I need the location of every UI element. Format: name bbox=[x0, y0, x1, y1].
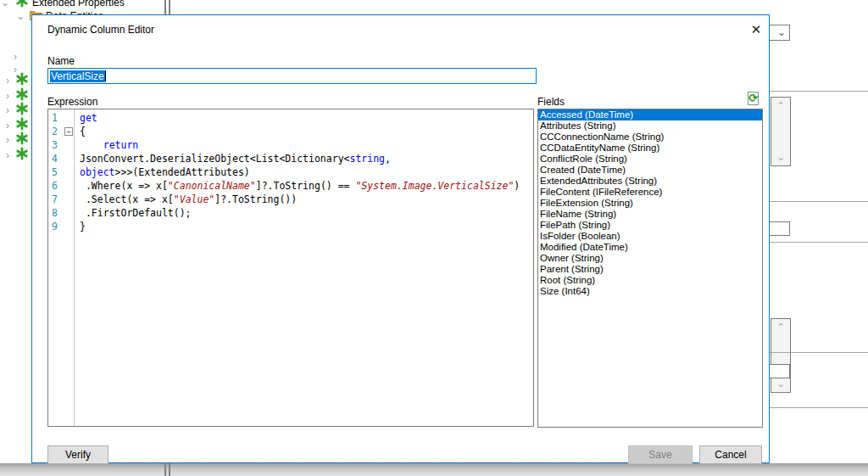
refresh-icon: ⟳ bbox=[746, 92, 760, 104]
chevron-down-icon[interactable]: ⌄ bbox=[1, 0, 9, 8]
line-number: 6 bbox=[48, 179, 64, 193]
field-item[interactable]: Attributes (String) bbox=[538, 120, 762, 132]
code-line: 1get bbox=[48, 111, 533, 125]
fold-column bbox=[64, 206, 74, 220]
entity-icon bbox=[15, 72, 29, 89]
fold-column bbox=[64, 179, 74, 193]
field-item[interactable]: ExtendedAttributes (String) bbox=[538, 176, 762, 187]
fields-label: Fields bbox=[537, 96, 565, 108]
chevron-up-icon[interactable]: ⌃ bbox=[771, 101, 790, 110]
chevron-right-icon[interactable]: › bbox=[6, 150, 9, 160]
field-item[interactable]: Parent (String) bbox=[538, 264, 762, 275]
field-item[interactable]: Modified (DateTime) bbox=[538, 242, 762, 253]
field-item[interactable]: Size (Int64) bbox=[538, 286, 762, 297]
line-number: 7 bbox=[48, 193, 64, 206]
chevron-up-icon[interactable]: ⌃ bbox=[771, 322, 790, 332]
save-button[interactable]: Save bbox=[628, 445, 693, 464]
fold-column bbox=[64, 165, 74, 179]
chevron-right-icon[interactable]: › bbox=[6, 105, 9, 115]
name-label: Name bbox=[47, 55, 75, 67]
cancel-button[interactable]: Cancel bbox=[699, 445, 762, 464]
chevron-right-icon[interactable]: › bbox=[6, 91, 9, 101]
tree-item[interactable]: › bbox=[6, 103, 29, 117]
verify-button[interactable]: Verify bbox=[47, 445, 108, 464]
field-item[interactable]: FilePath (String) bbox=[538, 220, 762, 231]
fold-column bbox=[64, 220, 74, 233]
code-text: .Select(x => x["Value"]?.ToString()) bbox=[74, 193, 297, 206]
fields-listbox[interactable]: Accessed (DateTime)Attributes (String)CC… bbox=[537, 109, 763, 428]
entity-icon bbox=[15, 102, 29, 119]
chevron-down-icon[interactable]: ⌄ bbox=[771, 379, 790, 389]
tree-item[interactable]: › bbox=[6, 148, 29, 162]
expression-editor[interactable]: 1get2−{3 return4JsonConvert.DeserializeO… bbox=[47, 109, 534, 427]
chevron-right-icon[interactable]: › bbox=[14, 52, 17, 62]
chevron-down-icon[interactable]: ⌄ bbox=[771, 153, 790, 162]
field-item[interactable]: FileExtension (String) bbox=[538, 198, 762, 209]
tree-item[interactable]: › bbox=[6, 73, 29, 87]
code-line: 2−{ bbox=[48, 125, 533, 138]
code-text: .FirstOrDefault(); bbox=[74, 206, 192, 220]
code-line: 8 .FirstOrDefault(); bbox=[48, 206, 533, 220]
chevron-right-icon[interactable]: › bbox=[6, 76, 9, 86]
tree-item[interactable]: › bbox=[6, 118, 29, 132]
code-text: get bbox=[74, 111, 97, 125]
field-item[interactable]: Created (DateTime) bbox=[538, 165, 762, 176]
field-item[interactable]: FileContent (IFileReference) bbox=[538, 187, 762, 198]
code-text: .Where(x => x["CanonicalName"]?.ToString… bbox=[74, 179, 520, 193]
tree-item[interactable]: › bbox=[6, 132, 29, 147]
line-number: 2 bbox=[48, 125, 64, 138]
tree-item-label: Extended Properties bbox=[32, 0, 125, 8]
code-text: object>>>(ExtendedAttributes) bbox=[74, 165, 250, 179]
field-item[interactable]: Root (String) bbox=[538, 275, 762, 286]
background-scrollbar[interactable]: ⌃ ⌄ bbox=[771, 318, 791, 393]
code-line: 3 return bbox=[48, 138, 533, 152]
code-line: 9} bbox=[48, 220, 533, 233]
fold-collapse-icon[interactable]: − bbox=[64, 127, 73, 136]
close-icon[interactable]: ✕ bbox=[747, 20, 765, 39]
chevron-right-icon[interactable]: › bbox=[6, 135, 9, 145]
chevron-right-icon[interactable]: › bbox=[6, 120, 9, 131]
field-item[interactable]: Accessed (DateTime) bbox=[538, 109, 762, 120]
fold-column bbox=[64, 193, 74, 206]
dialog-title: Dynamic Column Editor bbox=[47, 24, 154, 36]
code-line: 5object>>>(ExtendedAttributes) bbox=[48, 165, 533, 179]
line-number: 4 bbox=[48, 152, 64, 165]
field-item[interactable]: ConflictRole (String) bbox=[538, 154, 762, 165]
line-number: 9 bbox=[48, 220, 64, 233]
field-item[interactable]: IsFolder (Boolean) bbox=[538, 231, 762, 242]
dynamic-column-editor-dialog: Dynamic Column Editor ✕ Name VerticalSiz… bbox=[31, 14, 770, 463]
fold-column bbox=[64, 111, 74, 125]
fold-column: − bbox=[64, 125, 74, 138]
field-item[interactable]: Owner (String) bbox=[538, 253, 762, 264]
line-number: 5 bbox=[48, 165, 64, 179]
field-item[interactable]: FileName (String) bbox=[538, 209, 762, 220]
background-scrollbar[interactable]: ⌃ ⌄ bbox=[771, 97, 791, 166]
refresh-fields-button[interactable]: ⟳ bbox=[745, 91, 761, 107]
code-line: 6 .Where(x => x["CanonicalName"]?.ToStri… bbox=[48, 179, 533, 193]
code-line: 4JsonConvert.DeserializeObject<List<Dict… bbox=[48, 152, 533, 165]
expression-label: Expression bbox=[47, 96, 97, 108]
entity-icon bbox=[15, 132, 29, 148]
code-text: JsonConvert.DeserializeObject<List<Dicti… bbox=[74, 152, 391, 165]
field-item[interactable]: CCConnectionName (String) bbox=[538, 132, 762, 143]
fold-column bbox=[64, 138, 74, 152]
field-item[interactable]: CCDataEntityName (String) bbox=[538, 143, 762, 154]
fold-column bbox=[64, 152, 74, 165]
line-number: 1 bbox=[48, 111, 64, 125]
splitter-handle[interactable] bbox=[164, 463, 170, 476]
splitter-handle[interactable] bbox=[164, 0, 170, 14]
tree-item[interactable]: › bbox=[6, 88, 29, 103]
entity-icon bbox=[15, 147, 29, 164]
chevron-down-icon: ⌄ bbox=[777, 27, 786, 37]
name-input[interactable]: VerticalSize bbox=[47, 68, 537, 84]
chevron-down-icon[interactable]: ⌄ bbox=[16, 11, 25, 21]
code-text: return bbox=[74, 138, 138, 152]
dialog-shadow bbox=[0, 463, 868, 476]
line-number: 8 bbox=[48, 206, 64, 220]
selected-text: VerticalSize bbox=[50, 70, 105, 82]
text-caret bbox=[105, 70, 106, 81]
code-text: { bbox=[74, 125, 86, 138]
code-line: 7 .Select(x => x["Value"]?.ToString()) bbox=[48, 193, 533, 206]
screen: ⌄ Extended Properties ⌄ Data Entities ››… bbox=[0, 0, 868, 476]
gutter-separator bbox=[74, 109, 75, 426]
